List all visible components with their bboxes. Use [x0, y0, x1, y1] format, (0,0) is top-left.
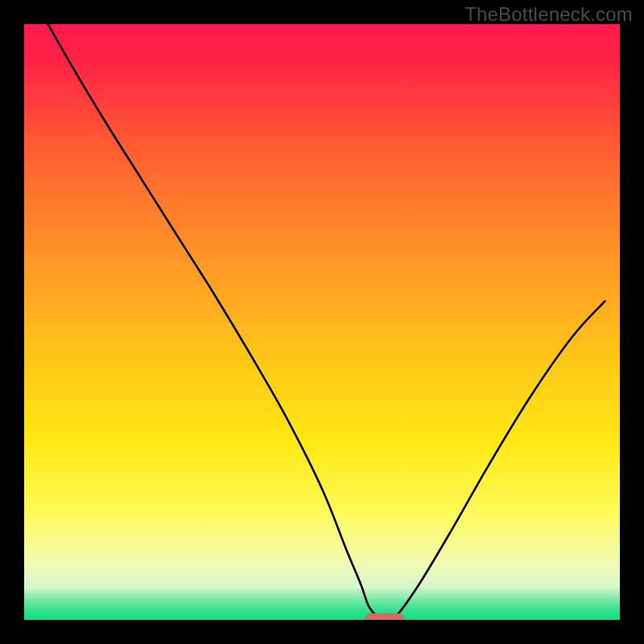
plot-background-gradient — [24, 24, 620, 620]
bottleneck-chart: TheBottleneck.com — [0, 0, 644, 644]
chart-canvas — [0, 0, 644, 644]
optimal-range-marker — [365, 613, 404, 624]
watermark-label: TheBottleneck.com — [464, 3, 633, 26]
